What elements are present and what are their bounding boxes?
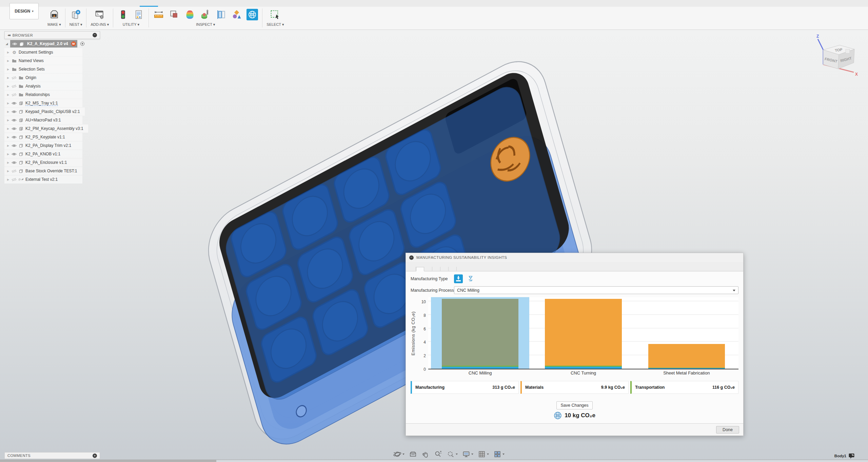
expand-icon[interactable]: ▶ bbox=[6, 161, 10, 164]
chevron-down-icon[interactable] bbox=[487, 454, 489, 455]
pan-icon[interactable] bbox=[421, 450, 430, 458]
bar-segment-manufacturing[interactable] bbox=[545, 367, 622, 369]
inspect-label[interactable]: INSPECT ▾ bbox=[196, 22, 215, 27]
dialog-tab[interactable] bbox=[449, 267, 457, 271]
additive-type-icon[interactable] bbox=[466, 274, 475, 283]
visibility-icon[interactable] bbox=[12, 93, 17, 97]
spreadsheet-icon[interactable] bbox=[133, 9, 144, 20]
orbit-icon[interactable] bbox=[393, 450, 405, 458]
select-icon[interactable] bbox=[270, 9, 281, 20]
bar-segment-materials[interactable] bbox=[545, 299, 622, 366]
fit-icon[interactable] bbox=[447, 450, 458, 458]
component-color-icon[interactable] bbox=[231, 9, 242, 20]
expand-icon[interactable]: ▶ bbox=[6, 68, 10, 71]
visibility-icon[interactable] bbox=[12, 127, 17, 131]
feedback-bubble-icon[interactable] bbox=[849, 453, 854, 459]
curvature-analysis-icon[interactable] bbox=[200, 9, 211, 20]
expand-icon[interactable]: ▶ bbox=[6, 144, 10, 147]
bar-segment-materials[interactable] bbox=[648, 344, 725, 367]
visibility-icon[interactable] bbox=[12, 135, 17, 139]
ribbon-tab[interactable] bbox=[158, 0, 176, 7]
expand-icon[interactable]: ▶ bbox=[6, 153, 10, 156]
item-label[interactable]: K2_MS_Tray v1:1 bbox=[25, 101, 58, 106]
visibility-icon[interactable] bbox=[12, 42, 17, 46]
item-label[interactable]: K2_PS_Keyplate v1:1 bbox=[25, 135, 65, 139]
expand-icon[interactable]: ▶ bbox=[6, 102, 10, 105]
expand-icon[interactable]: ▶ bbox=[6, 110, 10, 113]
dialog-tab[interactable] bbox=[440, 267, 449, 271]
chevron-down-icon[interactable] bbox=[456, 454, 458, 455]
browser-item[interactable]: ▶ ⚙ Selection Sets bbox=[4, 65, 82, 73]
make-label[interactable]: MAKE ▾ bbox=[47, 22, 61, 27]
visibility-icon[interactable] bbox=[12, 101, 17, 105]
ribbon-tab[interactable] bbox=[66, 0, 85, 7]
measure-icon[interactable] bbox=[153, 9, 164, 20]
expand-icon[interactable]: ▶ bbox=[6, 136, 10, 139]
chart-column[interactable] bbox=[534, 297, 632, 369]
bar-segment-manufacturing[interactable] bbox=[648, 368, 725, 369]
display-settings-icon[interactable] bbox=[462, 450, 473, 458]
visibility-icon[interactable] bbox=[12, 152, 17, 156]
item-label[interactable]: K2_PA_KNOB v1:1 bbox=[25, 152, 60, 156]
expand-icon[interactable]: ▶ bbox=[6, 51, 10, 54]
root-item-label[interactable]: K2_A_Keypad_2.0 v4 bbox=[26, 41, 70, 46]
add-comment-icon[interactable]: + bbox=[93, 454, 97, 458]
make-icon[interactable] bbox=[48, 9, 60, 20]
ribbon-tab[interactable] bbox=[140, 0, 158, 7]
item-label[interactable]: Relationships bbox=[25, 92, 50, 97]
item-label[interactable]: AU+MacroPad v3:1 bbox=[25, 118, 61, 122]
bar-segment-manufacturing[interactable] bbox=[442, 367, 518, 369]
chart-column[interactable] bbox=[637, 297, 736, 369]
dialog-tab[interactable] bbox=[408, 267, 416, 271]
look-at-icon[interactable] bbox=[409, 450, 417, 458]
item-label[interactable]: K2_PA_Enclosure v1:1 bbox=[25, 160, 67, 165]
section-analysis-icon[interactable] bbox=[215, 9, 227, 20]
visibility-icon[interactable] bbox=[12, 144, 17, 148]
subtractive-type-icon[interactable] bbox=[454, 274, 463, 283]
traffic-light-icon[interactable] bbox=[117, 9, 129, 20]
manufacturing-process-select[interactable]: CNC Milling bbox=[454, 286, 738, 294]
browser-item[interactable]: ▶ ⚙ AU+MacroPad v3:1 bbox=[4, 116, 82, 124]
save-changes-button[interactable]: Save Changes bbox=[556, 401, 592, 409]
comments-panel[interactable]: COMMENTS + bbox=[4, 452, 100, 459]
browser-item[interactable]: ▶ ⚙ Document Settings bbox=[4, 48, 82, 56]
zoom-icon[interactable] bbox=[434, 450, 442, 458]
utility-label[interactable]: UTILITY ▾ bbox=[123, 22, 139, 27]
viewports-icon[interactable] bbox=[493, 450, 505, 458]
stacked-bar[interactable] bbox=[442, 299, 518, 369]
item-label[interactable]: Keypad_Plastic_ClipUSB v2:1 bbox=[25, 109, 80, 114]
ribbon-tab[interactable] bbox=[48, 0, 66, 7]
viewcube-corner[interactable] bbox=[846, 49, 850, 53]
browser-item[interactable]: ▶ ⚙ Analysis bbox=[4, 82, 82, 90]
add-ins-icon[interactable] bbox=[94, 9, 105, 20]
expand-icon[interactable]: ▶ bbox=[6, 85, 10, 88]
item-label[interactable]: Origin bbox=[25, 75, 36, 80]
dialog-tab[interactable] bbox=[432, 267, 440, 271]
bar-segment-materials[interactable] bbox=[442, 299, 518, 366]
dialog-tab[interactable] bbox=[416, 267, 424, 271]
zebra-analysis-icon[interactable] bbox=[184, 9, 196, 20]
browser-item[interactable]: ▶ ⚙ Base Stock Override TEST:1 bbox=[4, 167, 82, 175]
dialog-drag-icon[interactable]: − bbox=[409, 255, 414, 260]
item-label[interactable]: K2_PM_Keycap_Assembly v3:1 bbox=[25, 126, 83, 131]
item-label[interactable]: Named Views bbox=[19, 58, 44, 63]
chevron-down-icon[interactable] bbox=[502, 454, 505, 455]
item-label[interactable]: Analysis bbox=[25, 84, 41, 89]
browser-item[interactable]: ▶ ⚙ Keypad_Plastic_ClipUSB v2:1 bbox=[4, 108, 85, 116]
item-label[interactable]: Document Settings bbox=[19, 50, 53, 55]
browser-item[interactable]: ▶ ⚙ K2_MS_Tray v1:1 bbox=[4, 99, 82, 107]
done-button[interactable]: Done bbox=[716, 426, 739, 434]
nest-icon[interactable] bbox=[70, 9, 82, 20]
dialog-titlebar[interactable]: − MANUFACTURING SUSTAINABILITY INSIGHTS bbox=[406, 253, 743, 262]
browser-item[interactable]: ▶ ⚙ K2_PM_Keycap_Assembly v3:1 bbox=[4, 124, 88, 133]
chart-column[interactable] bbox=[431, 297, 529, 369]
ribbon-tab[interactable] bbox=[121, 0, 140, 7]
chevron-down-icon[interactable] bbox=[402, 454, 405, 455]
viewcube[interactable]: Z X TOP FRONT RIGHT bbox=[813, 32, 867, 84]
browser-item[interactable]: ▶ ⚙ K2_PA_Enclosure v1:1 bbox=[4, 158, 82, 167]
expand-icon[interactable]: ▶ bbox=[6, 127, 10, 130]
expand-icon[interactable]: ◢ bbox=[5, 42, 8, 45]
stacked-bar[interactable] bbox=[545, 299, 622, 369]
ribbon-tab[interactable] bbox=[85, 0, 103, 7]
design-workspace-menu[interactable]: DESIGN ▾ bbox=[9, 3, 39, 19]
